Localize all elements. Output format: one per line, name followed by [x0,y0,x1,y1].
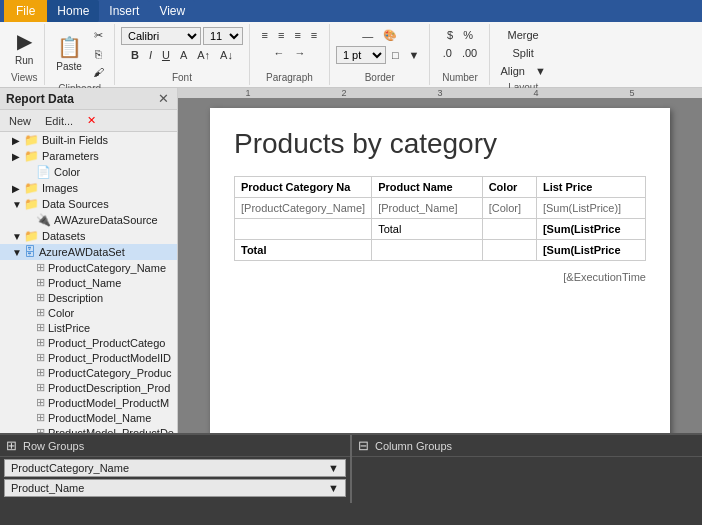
font-size-select[interactable]: 11 [203,27,243,45]
indent-inc-button[interactable]: → [290,45,309,61]
tree-item-field[interactable]: ⊞ProductDescription_Prod [0,380,177,395]
tree-item-field[interactable]: ⊞Product_ProductCatego [0,335,177,350]
percent-button[interactable]: % [459,27,477,43]
italic-button[interactable]: I [145,47,156,63]
data-cell-1: [Product_Name] [372,198,483,219]
merge-button[interactable]: Merge [504,27,543,43]
underline-button[interactable]: U [158,47,174,63]
field-icon: ⊞ [36,261,45,274]
ribbon-group-paragraph: ≡ ≡ ≡ ≡ ← → Paragraph [250,24,330,85]
ribbon-group-border: — 🎨 1 pt □ ▼ Border [330,24,431,85]
cut-button[interactable]: ✂ [89,27,108,44]
ribbon-group-layout: Merge Split Align ▼ Layout [490,24,555,85]
format-painter-button[interactable]: 🖌 [89,64,108,80]
sidebar-delete-button[interactable]: ✕ [82,112,101,129]
total-cell-2 [482,240,536,261]
tree-item-field[interactable]: ⊞ProductModel_Name [0,410,177,425]
sidebar-header: Report Data ✕ [0,88,177,110]
tree-item-builtin[interactable]: ▶ 📁 Built-in Fields [0,132,177,148]
sidebar-new-button[interactable]: New [4,113,36,129]
row-groups-label: Row Groups [23,440,84,452]
border-size-select[interactable]: 1 pt [336,46,386,64]
sidebar-title: Report Data [6,92,74,106]
row-group-item-2[interactable]: Product_Name ▼ [4,479,346,497]
color-label: Color [54,166,80,178]
decimal-dec-button[interactable]: .00 [458,45,481,61]
sidebar-edit-button[interactable]: Edit... [40,113,78,129]
tree-item-field[interactable]: ⊞ProductModel_ProductDe [0,425,177,433]
justify-button[interactable]: ≡ [307,27,321,43]
col-header-1: Product Name [372,177,483,198]
tree-item-parameters[interactable]: ▶ 📁 Parameters [0,148,177,164]
field-icon: ⊞ [36,291,45,304]
align-left-button[interactable]: ≡ [258,27,272,43]
border-apply-button[interactable]: □ [388,47,403,63]
document-area[interactable]: 1 2 3 4 5 Products by category Product C… [178,88,702,433]
font-color-button[interactable]: A [176,47,191,63]
home-menu[interactable]: Home [47,0,99,22]
row-group-item-1[interactable]: ProductCategory_Name ▼ [4,459,346,477]
row-groups-icon: ⊞ [6,438,17,453]
images-label: Images [42,182,78,194]
column-groups-header: ⊟ Column Groups [352,435,702,457]
table-subtotal-row: Total [Sum(ListPrice [235,219,646,240]
copy-button[interactable]: ⎘ [89,46,108,62]
align-button[interactable]: Align [496,63,528,79]
border-style-button[interactable]: — [358,28,377,44]
tree-item-field[interactable]: ⊞ProductModel_ProductM [0,395,177,410]
groups-panel: ⊞ Row Groups ProductCategory_Name ▼ Prod… [0,433,702,503]
field-icon: ⊞ [36,396,45,409]
report-table: Product Category Na Product Name Color L… [234,176,646,261]
table-total-row: Total [Sum(ListPrice [235,240,646,261]
tree-item-field[interactable]: ⊞Description [0,290,177,305]
tree-item-field[interactable]: ⊞Product_ProductModelID [0,350,177,365]
bold-button[interactable]: B [127,47,143,63]
field-icon: ⊞ [36,426,45,433]
sidebar: Report Data ✕ New Edit... ✕ ▶ 📁 Built-in… [0,88,178,433]
column-groups-section: ⊟ Column Groups [352,435,702,503]
currency-button[interactable]: $ [443,27,457,43]
view-menu[interactable]: View [149,0,195,22]
paste-button[interactable]: 📋 Paste [51,32,87,75]
align-center-button[interactable]: ≡ [274,27,288,43]
data-cell-0: [ProductCategory_Name] [235,198,372,219]
datasource-folder-icon: 📁 [24,197,39,211]
tree-item-field[interactable]: ⊞ProductCategory_Name [0,260,177,275]
column-groups-label: Column Groups [375,440,452,452]
tree-item-color[interactable]: 📄 Color [0,164,177,180]
folder-icon-3: 📁 [24,181,39,195]
tree-item-field[interactable]: ⊞ListPrice [0,320,177,335]
indent-dec-button[interactable]: ← [269,45,288,61]
tree-item-datasources[interactable]: ▼ 📁 Data Sources [0,196,177,212]
file-menu[interactable]: File [4,0,47,22]
tree-item-field[interactable]: ⊞Color [0,305,177,320]
font-size-inc-button[interactable]: A↑ [193,47,214,63]
awazure-label: AWAzureDataSource [54,214,158,226]
field-icon: ⊞ [36,336,45,349]
row-groups-section: ⊞ Row Groups ProductCategory_Name ▼ Prod… [0,435,352,503]
fields-list: ⊞ProductCategory_Name⊞Product_Name⊞Descr… [0,260,177,433]
align-right-button[interactable]: ≡ [290,27,304,43]
font-family-select[interactable]: Calibri [121,27,201,45]
tree-item-images[interactable]: ▶ 📁 Images [0,180,177,196]
datasource-icon: 🔌 [36,213,51,227]
split-button[interactable]: Split [508,45,537,61]
border-dropdown-button[interactable]: ▼ [405,47,424,63]
tree-item-datasets[interactable]: ▼ 📁 Datasets [0,228,177,244]
tree-item-azureaw[interactable]: ▼ 🗄 AzureAWDataSet [0,244,177,260]
run-button[interactable]: ▶ Run [10,26,38,69]
sidebar-content[interactable]: ▶ 📁 Built-in Fields ▶ 📁 Parameters 📄 Col… [0,132,177,433]
decimal-inc-button[interactable]: .0 [439,45,456,61]
subtotal-cell-3: [Sum(ListPrice [536,219,645,240]
tree-item-field[interactable]: ⊞Product_Name [0,275,177,290]
row-groups-list: ProductCategory_Name ▼ Product_Name ▼ [0,457,350,503]
ruler: 1 2 3 4 5 [178,88,702,98]
tree-item-awazure[interactable]: 🔌 AWAzureDataSource [0,212,177,228]
font-size-dec-button[interactable]: A↓ [216,47,237,63]
align-dropdown-button[interactable]: ▼ [531,63,550,79]
border-color-button[interactable]: 🎨 [379,27,401,44]
tree-item-field[interactable]: ⊞ProductCategory_Produc [0,365,177,380]
insert-menu[interactable]: Insert [99,0,149,22]
row-groups-header: ⊞ Row Groups [0,435,350,457]
sidebar-close-button[interactable]: ✕ [156,91,171,106]
